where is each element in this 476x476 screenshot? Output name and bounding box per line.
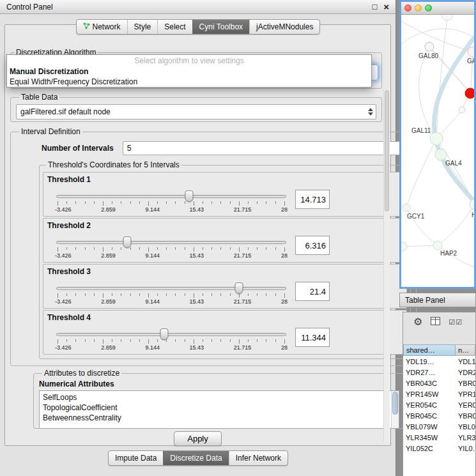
network-edge[interactable] [406, 139, 436, 208]
slider-thumb[interactable] [160, 328, 169, 340]
cell-shared-name[interactable]: YLR345W [403, 434, 456, 441]
table-row[interactable]: YIL052CYIL0… [403, 443, 475, 454]
table-row[interactable]: YER054CYER0… [403, 399, 475, 410]
close-window-icon[interactable]: × [383, 2, 389, 12]
network-edge[interactable] [401, 21, 473, 52]
algorithm-option-manual-discretization[interactable]: Manual Discretization [7, 66, 371, 77]
tab-network[interactable]: Network [77, 20, 127, 34]
network-edge[interactable] [403, 245, 438, 247]
cell-shared-name[interactable]: YBL079W [403, 423, 456, 431]
cell-name[interactable]: YDL1… [456, 358, 475, 365]
slider-track[interactable] [56, 241, 286, 244]
cell-shared-name[interactable]: YER054C [403, 401, 456, 409]
attribute-item[interactable]: SelfLoops [40, 392, 399, 403]
table-row[interactable]: YPR145WYPR1… [403, 388, 475, 399]
tick-mark [248, 293, 249, 296]
network-graph: GAL80GAL8GAL11GAL4HGCY1HAP2 [401, 15, 474, 287]
zoom-traffic-light-icon[interactable] [425, 4, 432, 12]
table-row[interactable]: YDL19…YDL1… [403, 356, 475, 367]
network-node[interactable] [401, 242, 407, 251]
cell-name[interactable]: YIL0… [456, 445, 475, 452]
slider-track[interactable] [56, 333, 286, 336]
table-data-select[interactable]: galFiltered.sif default node [16, 104, 376, 119]
cell-shared-name[interactable]: YIL052C [403, 445, 456, 452]
checkbox-icons[interactable]: ☑☑ [449, 318, 463, 326]
threshold-value[interactable]: 11.344 [295, 328, 330, 347]
network-node-hap2[interactable] [433, 241, 442, 250]
cell-name[interactable]: YPR1… [456, 390, 475, 398]
network-edge[interactable] [438, 204, 474, 245]
cell-shared-name[interactable]: YDR27… [403, 369, 456, 376]
threshold-value[interactable]: 6.316 [295, 236, 330, 255]
tab-impute-data[interactable]: Impute Data [109, 451, 163, 465]
network-canvas[interactable]: GAL80GAL8GAL11GAL4HGCY1HAP2 [401, 15, 474, 287]
cell-name[interactable]: YDR2… [456, 369, 475, 376]
float-window-icon[interactable]: □ [372, 3, 377, 11]
cell-name[interactable]: YLR3… [456, 434, 475, 441]
attribute-item[interactable]: BetweennessCentrality [40, 413, 399, 423]
network-edge[interactable] [438, 245, 474, 269]
list-scrollbar[interactable] [391, 391, 399, 428]
number-of-intervals-select[interactable]: 5 [123, 141, 410, 155]
threshold-slider[interactable]: -3.4262.8599.14415.4321.71528 [55, 277, 288, 306]
tab-style[interactable]: Style [127, 20, 158, 34]
threshold-value[interactable]: 21.4 [295, 282, 330, 301]
threshold-slider[interactable]: -3.4262.8599.14415.4321.71528 [55, 185, 288, 214]
table-row[interactable]: YLR345WYLR3… [403, 432, 475, 443]
cell-shared-name[interactable]: YBR043C [403, 380, 456, 387]
algorithm-option-equal-width-frequency[interactable]: Equal Width/Frequency Discretization [7, 77, 371, 87]
cell-shared-name[interactable]: YDL19… [403, 358, 456, 365]
table-row[interactable]: YBL079WYBL0… [403, 421, 475, 432]
tab-jactivemnodules[interactable]: jActiveMNodules [249, 20, 319, 34]
network-node-gal4[interactable] [435, 149, 447, 160]
threshold-slider[interactable]: -3.4262.8599.14415.4321.71528 [55, 323, 288, 352]
tab-infer-network[interactable]: Infer Network [229, 451, 288, 465]
threshold-slider[interactable]: -3.4262.8599.14415.4321.71528 [55, 231, 288, 260]
slider-thumb[interactable] [123, 236, 131, 248]
slider-track[interactable] [56, 195, 286, 198]
attribute-item[interactable]: TopologicalCoefficient [40, 403, 399, 413]
network-node[interactable] [441, 15, 453, 20]
tick-mark [139, 247, 140, 250]
network-node-gal80[interactable] [425, 42, 434, 51]
algorithm-placeholder-option[interactable]: Select algorithm to view settings [7, 56, 371, 66]
panel-scrollbar[interactable] [383, 89, 390, 441]
network-node-h[interactable] [470, 199, 474, 210]
cell-name[interactable]: YBR0… [456, 380, 475, 387]
apply-button[interactable]: Apply [174, 431, 222, 446]
slider-track[interactable] [56, 287, 286, 290]
close-traffic-light-icon[interactable] [404, 4, 411, 12]
column-header-name[interactable]: n… [456, 344, 475, 356]
cell-name[interactable]: YBL0… [456, 423, 475, 431]
tab-select[interactable]: Select [157, 20, 192, 34]
table-row[interactable]: YBR043CYBR0… [403, 378, 475, 388]
tab-discretize-data[interactable]: Discretize Data [163, 451, 228, 465]
tab-cyni-toolbox[interactable]: Cyni Toolbox [192, 20, 249, 34]
slider-thumb[interactable] [185, 190, 194, 202]
list-scrollbar-thumb[interactable] [392, 392, 398, 415]
columns-icon[interactable] [431, 317, 440, 327]
numerical-attributes-list[interactable]: SelfLoopsTopologicalCoefficientBetweenne… [39, 390, 399, 429]
network-edge[interactable] [401, 29, 474, 44]
tick-mark [157, 339, 158, 342]
gear-icon[interactable]: ⚙ [413, 317, 422, 327]
slider-thumb[interactable] [234, 282, 243, 294]
cell-shared-name[interactable]: YPR145W [403, 390, 456, 398]
network-node[interactable] [465, 88, 474, 98]
tick-mark [194, 339, 194, 344]
network-node-gcy1[interactable] [403, 204, 410, 211]
minimize-traffic-light-icon[interactable] [415, 4, 422, 12]
threshold-value[interactable]: 14.713 [295, 190, 330, 209]
panel-scrollbar-thumb[interactable] [385, 90, 389, 211]
cyni-toolbox-panel: Discretization Algorithm Select algorith… [4, 24, 391, 446]
cell-name[interactable]: YBR0… [456, 412, 475, 420]
network-node-gal11[interactable] [430, 132, 443, 145]
table-row[interactable]: YBR045CYBR0… [403, 410, 475, 421]
cell-shared-name[interactable]: YBR045C [403, 412, 456, 420]
table-row[interactable]: YDR27…YDR2… [403, 367, 475, 378]
column-header-shared-name[interactable]: shared… [403, 344, 456, 356]
tick-mark [211, 247, 212, 250]
tick-mark [121, 293, 121, 296]
cell-name[interactable]: YER0… [456, 401, 475, 409]
network-node[interactable] [459, 107, 465, 113]
